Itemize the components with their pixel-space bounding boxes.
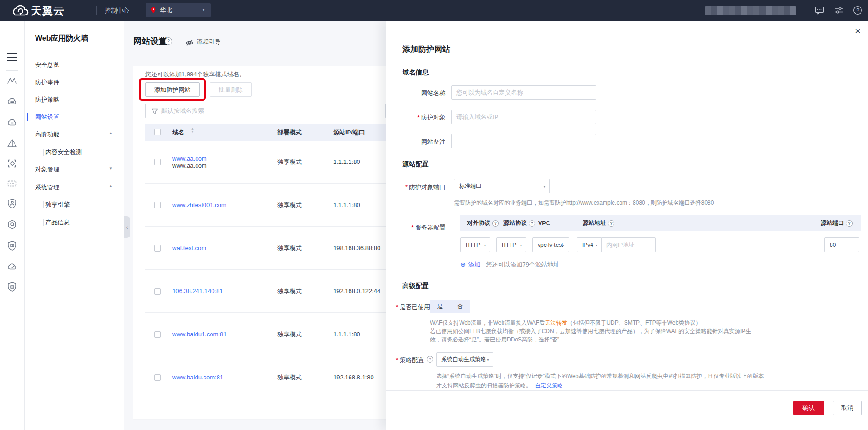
cloud-check-icon[interactable] bbox=[7, 261, 17, 272]
domain-link[interactable]: www.baidu.com:81 bbox=[172, 374, 223, 381]
scan-diamond-icon[interactable] bbox=[7, 158, 17, 169]
row-checkbox[interactable] bbox=[154, 331, 161, 338]
console-panel-icon[interactable] bbox=[7, 178, 17, 189]
origin-protocol-select[interactable]: HTTP ▼ bbox=[496, 237, 526, 252]
shield-building-icon[interactable] bbox=[7, 240, 17, 251]
site-remark-label: 网站备注 bbox=[389, 138, 445, 146]
domain-link[interactable]: www.zhtest001.com bbox=[172, 201, 226, 208]
origin-ip-input[interactable] bbox=[601, 237, 656, 252]
vpc-select[interactable]: vpc-lv-test ▼ bbox=[532, 237, 569, 252]
filter-funnel-icon[interactable] bbox=[151, 108, 158, 115]
origin-port-input[interactable] bbox=[824, 237, 859, 252]
section-domain-info: 域名信息 bbox=[402, 68, 429, 77]
user-account-redacted[interactable] bbox=[705, 6, 796, 15]
col-origin-port: 源站端口? bbox=[821, 215, 853, 231]
shield-package-icon[interactable] bbox=[7, 282, 17, 292]
row-checkbox[interactable] bbox=[154, 159, 161, 165]
protect-port-select[interactable]: 标准端口 ▼ bbox=[454, 179, 550, 193]
chevron-up-icon[interactable]: ▲ bbox=[109, 131, 113, 135]
shield-hexagon-icon[interactable] bbox=[7, 219, 17, 230]
sidebar-collapse-handle[interactable]: ‹ bbox=[124, 216, 130, 238]
site-name-label: 网站名称 bbox=[389, 89, 445, 97]
origin-ip-value: 1.1.1.1:80 bbox=[333, 313, 360, 356]
table-row: www.zhtest001.com 独享模式 1.1.1.1:80 bbox=[145, 184, 386, 227]
server-table-header: 对外协议? 源站协议? VPC 源站地址? 源站端口? bbox=[460, 215, 861, 231]
sort-carets-icon[interactable]: ▲ ▼ bbox=[191, 127, 194, 133]
sidebar-item-security-overview[interactable]: 安全总览 bbox=[35, 61, 59, 69]
monitoring-wave-icon[interactable] bbox=[7, 75, 17, 86]
help-icon[interactable]: ? bbox=[492, 220, 499, 227]
col-origin-protocol: 源站协议? bbox=[503, 215, 535, 231]
chevron-down-icon: ▼ bbox=[562, 244, 565, 247]
feedback-message-icon[interactable] bbox=[814, 5, 824, 15]
sidebar-item-dedicated-engine[interactable]: 独享引擎 bbox=[45, 200, 70, 209]
row-checkbox[interactable] bbox=[154, 288, 161, 295]
row-checkbox[interactable] bbox=[154, 374, 161, 381]
sidebar-item-protection-policies[interactable]: 防护策略 bbox=[35, 96, 59, 104]
required-star: * bbox=[396, 356, 398, 363]
cloud-icon[interactable] bbox=[7, 117, 17, 127]
add-origin-link[interactable]: 添加 bbox=[468, 261, 481, 268]
sidebar-item-content-security[interactable]: 内容安全检测 bbox=[45, 148, 82, 156]
sidebar-item-advanced-features[interactable]: 高阶功能 bbox=[35, 130, 59, 139]
preferences-sliders-icon[interactable] bbox=[834, 5, 844, 15]
custom-policy-link[interactable]: 自定义策略 bbox=[535, 382, 563, 389]
address-type-select[interactable]: IPv4 ▼ bbox=[577, 237, 601, 252]
sidebar-item-website-settings[interactable]: 网站设置 bbox=[35, 113, 59, 121]
active-item-bar bbox=[27, 113, 28, 121]
cloud-server-icon[interactable] bbox=[7, 96, 17, 106]
help-icon[interactable]: ? bbox=[846, 220, 853, 227]
protect-target-input[interactable] bbox=[451, 110, 596, 124]
row-checkbox[interactable] bbox=[154, 245, 161, 252]
sidebar-item-system-management[interactable]: 系统管理 bbox=[35, 183, 59, 192]
process-guide-link[interactable]: 流程引导 bbox=[197, 38, 221, 46]
help-icon[interactable]: ? bbox=[853, 5, 863, 15]
page-help-icon[interactable]: ? bbox=[165, 37, 172, 45]
deploy-mode-value: 独享模式 bbox=[277, 227, 302, 269]
port-help-text: 需要防护的域名对应的业务端口，如需要防护http://www.example.c… bbox=[454, 199, 714, 207]
table-header: 域名 ▲ ▼ 部署模式 源站IP/端口 bbox=[145, 124, 386, 141]
sidebar-item-product-info[interactable]: 产品信息 bbox=[45, 218, 70, 227]
deploy-mode-value: 独享模式 bbox=[277, 270, 302, 312]
menu-hamburger-icon[interactable] bbox=[7, 53, 17, 61]
prism-icon[interactable] bbox=[7, 138, 17, 148]
confirm-button[interactable]: 确认 bbox=[793, 401, 824, 415]
row-checkbox[interactable] bbox=[154, 202, 161, 208]
sidebar-item-object-management[interactable]: 对象管理 bbox=[35, 165, 59, 174]
add-circle-icon[interactable]: ⊕ bbox=[460, 261, 466, 268]
column-header-domain[interactable]: 域名 bbox=[172, 124, 184, 141]
cancel-button[interactable]: 取消 bbox=[833, 401, 862, 415]
server-config-label: *服务器配置 bbox=[389, 223, 445, 232]
domain-link[interactable]: waf.test.com bbox=[172, 245, 206, 252]
help-icon[interactable]: ? bbox=[608, 220, 614, 227]
ctyun-logo-icon[interactable] bbox=[10, 3, 30, 18]
external-protocol-select[interactable]: HTTP ▼ bbox=[460, 237, 490, 252]
search-input[interactable] bbox=[161, 104, 381, 118]
add-protected-website-button[interactable]: 添加防护网站 bbox=[145, 82, 200, 97]
brand-name[interactable]: 天翼云 bbox=[31, 4, 65, 18]
policy-select[interactable]: 系统自动生成策略 ▼ bbox=[436, 352, 493, 367]
proxy-help-line3: 效，请务必选择“是”。若已使用DDoS高防，选择“否” bbox=[430, 335, 559, 344]
deploy-mode-value: 独享模式 bbox=[277, 141, 302, 183]
batch-delete-button[interactable]: 批量删除 bbox=[210, 82, 252, 97]
shield-user-icon[interactable] bbox=[7, 198, 17, 208]
domain-link[interactable]: www.baidu1.com:81 bbox=[172, 331, 226, 338]
chevron-up-icon[interactable]: ▲ bbox=[109, 184, 113, 188]
policy-help-icon[interactable]: ? bbox=[427, 356, 433, 363]
region-selector[interactable]: 华北 ▼ bbox=[146, 3, 211, 17]
site-name-input[interactable] bbox=[451, 85, 596, 100]
proxy-no-button[interactable]: 否 bbox=[450, 300, 470, 313]
chevron-down-icon: ▼ bbox=[543, 185, 546, 188]
close-icon[interactable]: × bbox=[855, 26, 861, 36]
proxy-yes-button[interactable]: 是 bbox=[430, 300, 450, 313]
quota-text: 您还可以添加1,994个独享模式域名。 bbox=[145, 70, 246, 79]
site-remark-input[interactable] bbox=[451, 134, 596, 148]
chevron-down-icon[interactable]: ▼ bbox=[109, 166, 113, 171]
domain-link[interactable]: 106.38.241.140:81 bbox=[172, 288, 223, 295]
console-center-link[interactable]: 控制中心 bbox=[105, 7, 129, 15]
help-icon[interactable]: ? bbox=[529, 220, 535, 227]
select-all-checkbox[interactable] bbox=[154, 129, 161, 135]
sidebar-item-protection-events[interactable]: 防护事件 bbox=[35, 78, 59, 87]
domain-link[interactable]: www.aa.com bbox=[172, 155, 207, 162]
guide-eye-slash-icon[interactable] bbox=[185, 39, 194, 46]
